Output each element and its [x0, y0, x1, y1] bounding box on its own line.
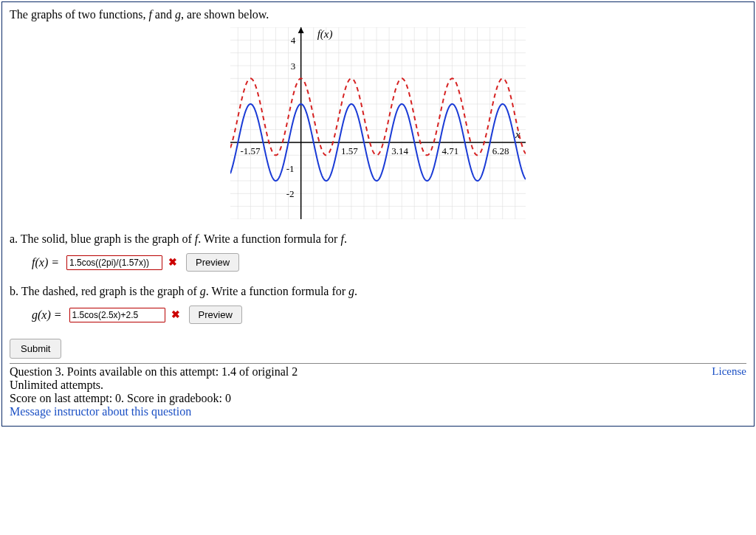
answer-input-a[interactable] [66, 255, 162, 270]
g-var: g [175, 8, 181, 21]
intro-text: The graphs of two functions, f and g, ar… [10, 8, 746, 21]
preview-button-a[interactable]: Preview [186, 253, 239, 272]
question-container: The graphs of two functions, f and g, ar… [1, 1, 755, 427]
answer-row-a: f(x) = ✖ Preview [32, 253, 746, 272]
svg-text:4: 4 [291, 35, 296, 46]
message-instructor-link[interactable]: Message instructor about this question [10, 405, 746, 418]
submit-button[interactable]: Submit [10, 339, 61, 359]
graph-container: f(x)x-1.571.573.144.716.28-2-134 [10, 27, 746, 219]
footer-points: Question 3. Points available on this att… [10, 365, 746, 379]
svg-text:f(x): f(x) [317, 28, 333, 41]
fx-label: f(x) = [32, 256, 59, 269]
svg-text:-2: -2 [286, 188, 295, 199]
answer-row-b: g(x) = ✖ Preview [32, 306, 746, 324]
wrong-icon: ✖ [171, 308, 180, 321]
question-footer: License Question 3. Points available on … [10, 365, 746, 418]
function-graph: f(x)x-1.571.573.144.716.28-2-134 [230, 27, 526, 219]
gx-label: g(x) = [32, 308, 62, 322]
wrong-icon: ✖ [168, 256, 177, 269]
footer-score: Score on last attempt: 0. Score in grade… [10, 392, 746, 405]
submit-row: Submit [10, 339, 746, 359]
svg-text:6.28: 6.28 [492, 145, 509, 156]
part-a-text: a. The solid, blue graph is the graph of… [10, 232, 746, 246]
preview-button-b[interactable]: Preview [189, 306, 242, 324]
svg-text:4.71: 4.71 [441, 145, 458, 156]
svg-text:-1.57: -1.57 [240, 145, 261, 156]
svg-marker-41 [298, 27, 304, 33]
part-b-text: b. The dashed, red graph is the graph of… [10, 285, 746, 298]
svg-text:1.57: 1.57 [341, 145, 358, 156]
license-link[interactable]: License [712, 365, 746, 378]
svg-text:3.14: 3.14 [391, 145, 408, 156]
svg-text:-1: -1 [286, 163, 295, 174]
footer-attempts: Unlimited attempts. [10, 379, 746, 392]
svg-text:3: 3 [291, 61, 296, 72]
answer-input-b[interactable] [69, 308, 165, 322]
separator [10, 363, 746, 364]
